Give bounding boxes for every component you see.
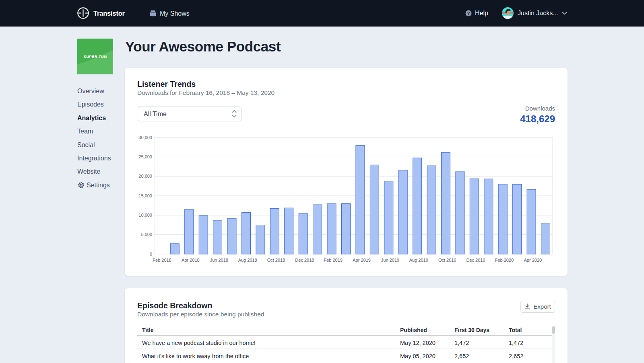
svg-text:25,000: 25,000	[138, 154, 152, 159]
svg-text:Feb 2020: Feb 2020	[495, 258, 514, 263]
svg-text:Oct 2018: Oct 2018	[267, 258, 285, 263]
svg-text:Apr 2018: Apr 2018	[182, 258, 200, 263]
svg-text:20,000: 20,000	[138, 174, 152, 178]
svg-text:10,000: 10,000	[138, 213, 152, 217]
svg-text:Feb 2018: Feb 2018	[153, 258, 171, 263]
svg-text:5,000: 5,000	[141, 232, 152, 237]
svg-text:Dec 2018: Dec 2018	[295, 258, 314, 263]
svg-text:Apr 2019: Apr 2019	[353, 258, 371, 263]
svg-text:Oct 2019: Oct 2019	[438, 258, 456, 263]
svg-text:Apr 2020: Apr 2020	[524, 258, 542, 263]
svg-text:Jun 2019: Jun 2019	[381, 258, 399, 263]
svg-text:15,000: 15,000	[138, 193, 152, 198]
svg-text:Feb 2019: Feb 2019	[324, 258, 342, 263]
svg-text:?: ?	[467, 11, 470, 16]
svg-text:Jun 2018: Jun 2018	[210, 258, 228, 263]
svg-text:0: 0	[150, 252, 152, 256]
svg-text:Aug 2019: Aug 2019	[409, 258, 428, 263]
svg-text:Dec 2019: Dec 2019	[466, 258, 485, 263]
svg-text:30,000: 30,000	[138, 135, 152, 140]
svg-text:Aug 2018: Aug 2018	[238, 258, 257, 263]
